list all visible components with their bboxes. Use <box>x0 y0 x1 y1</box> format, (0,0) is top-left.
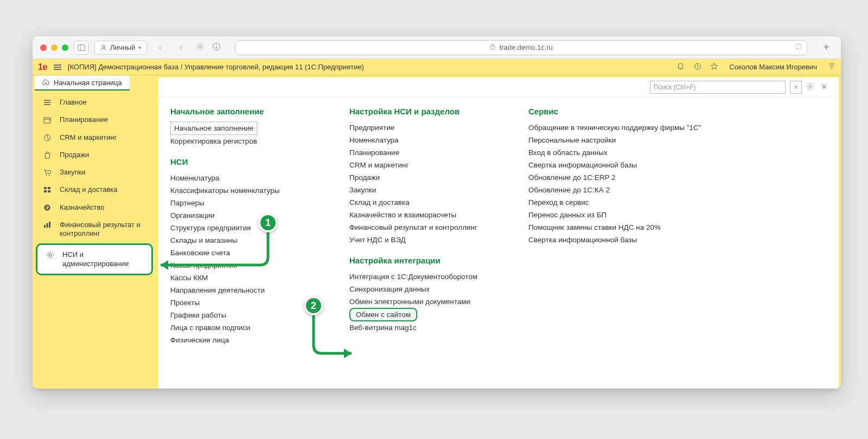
window-maximize-button[interactable] <box>62 44 68 51</box>
link-item[interactable]: Свертка информационной базы <box>528 159 701 171</box>
link-item[interactable]: Продажи <box>349 171 496 184</box>
lock-icon <box>490 43 495 51</box>
app-menu-button[interactable] <box>54 64 61 70</box>
link-item[interactable]: Кассы ККМ <box>170 272 317 284</box>
window-close-button[interactable] <box>40 44 47 51</box>
sidebar-item-purchases[interactable]: Закупки <box>33 164 156 181</box>
svg-point-19 <box>49 175 50 176</box>
person-icon <box>100 44 107 51</box>
sidebar-toggle-button[interactable] <box>74 41 89 55</box>
link-register-correction[interactable]: Корректировка регистров <box>170 135 317 147</box>
sidebar-item-label: Склад и доставка <box>60 185 118 194</box>
gear-icon <box>45 250 55 259</box>
history-icon[interactable] <box>693 62 701 72</box>
link-item[interactable]: Номенклатура <box>170 172 317 184</box>
sidebar-item-label: CRM и маркетинг <box>60 133 117 142</box>
svg-point-29 <box>49 254 52 256</box>
refresh-icon[interactable] <box>795 43 802 52</box>
svg-point-2 <box>103 45 105 48</box>
link-item[interactable]: Направления деятельности <box>170 284 317 296</box>
sidebar-item-label: Казначейство <box>60 203 104 212</box>
link-item[interactable]: Партнеры <box>170 197 317 209</box>
link-item[interactable]: Свертка информационной базы <box>528 234 701 246</box>
link-item[interactable]: Помощник замены ставки НДС на 20% <box>528 221 701 234</box>
url-bar[interactable]: trade.demo.1c.ru <box>235 40 807 55</box>
ruble-icon: ₽ <box>42 203 52 212</box>
window-controls <box>40 44 68 51</box>
link-item[interactable]: Перенос данных из БП <box>528 209 701 221</box>
bars-icon <box>42 221 52 229</box>
link-item[interactable]: CRM и маркетинг <box>349 159 496 171</box>
star-icon[interactable] <box>710 62 718 72</box>
link-item[interactable]: Номенклатура <box>349 134 496 146</box>
app-logo[interactable]: 1e <box>38 62 47 72</box>
link-item[interactable]: Предприятие <box>349 121 496 134</box>
browser-window: Личный ▾ ‹ › trade.demo.1c.ru + 1e [ <box>33 36 841 389</box>
svg-rect-28 <box>49 222 50 228</box>
link-item[interactable]: Организации <box>170 209 317 222</box>
svg-rect-26 <box>44 225 46 228</box>
svg-rect-22 <box>44 190 47 192</box>
link-item[interactable]: Планирование <box>349 146 496 159</box>
sidebar-item-treasury[interactable]: ₽ Казначейство <box>33 199 156 216</box>
link-item[interactable]: Веб-витрина mag1c <box>349 321 496 334</box>
sidebar-list: Главное Планирование CRM и маркетинг Про… <box>33 91 156 389</box>
sidebar-item-crm[interactable]: CRM и маркетинг <box>33 129 156 146</box>
sidebar-item-sales[interactable]: Продажи <box>33 146 156 164</box>
link-item[interactable]: Обращение в техническую поддержку фирмы … <box>528 121 701 134</box>
link-item[interactable]: Обновление до 1С:КА 2 <box>528 184 701 196</box>
browser-profile-button[interactable]: Личный ▾ <box>94 41 147 55</box>
svg-rect-0 <box>78 44 85 50</box>
sidebar-item-warehouse[interactable]: Склад и доставка <box>33 181 156 198</box>
search-clear-button[interactable]: × <box>790 81 802 94</box>
new-tab-button[interactable]: + <box>819 41 833 55</box>
chevron-down-icon: ▾ <box>138 44 141 50</box>
sidebar-item-nsi-admin[interactable]: НСИ и администрирование <box>36 243 153 275</box>
link-initial-fill[interactable]: Начальное заполнение <box>170 121 257 135</box>
link-item[interactable]: Классификаторы номенклатуры <box>170 184 317 197</box>
link-item[interactable]: Склад и доставка <box>349 196 496 209</box>
tab-home[interactable]: Начальная страница <box>35 75 130 91</box>
bag-icon <box>42 151 52 159</box>
link-item[interactable]: Учет НДС и ВЭД <box>349 234 496 246</box>
svg-rect-27 <box>47 223 48 228</box>
link-item[interactable]: Синхронизация данных <box>349 283 496 295</box>
link-item[interactable]: Обмен электронными документами <box>349 295 496 308</box>
link-item[interactable]: Лица с правом подписи <box>170 321 317 334</box>
home-icon <box>42 79 49 87</box>
section-heading: НСИ <box>170 157 317 166</box>
link-item[interactable]: Закупки <box>349 184 496 196</box>
svg-point-30 <box>809 85 812 88</box>
boxes-icon <box>42 185 52 194</box>
sidebar-item-finance[interactable]: Финансовый результат и контроллинг <box>33 216 156 243</box>
link-item[interactable]: Вход в область данных <box>528 146 701 159</box>
nav-back-button[interactable]: ‹ <box>152 41 168 55</box>
link-item[interactable]: Графики работы <box>170 309 317 321</box>
link-item[interactable]: Интеграция с 1С:Документооборотом <box>349 270 496 283</box>
link-item[interactable]: Финансовый результат и контроллинг <box>349 221 496 234</box>
app-header: 1e [КОПИЯ] Демонстрационная база / Управ… <box>33 59 841 75</box>
link-item[interactable]: Проекты <box>170 296 317 309</box>
sidebar-item-planning[interactable]: Планирование <box>33 111 156 128</box>
sidebar-item-label: Финансовый результат и контроллинг <box>60 221 149 238</box>
user-name[interactable]: Соколов Максим Игоревич <box>729 63 817 71</box>
sidebar-item-main[interactable]: Главное <box>33 94 156 111</box>
nav-forward-button[interactable]: › <box>173 41 188 55</box>
browser-settings-icon[interactable] <box>196 42 205 53</box>
link-item[interactable]: Обновление до 1С:ERP 2 <box>528 171 701 184</box>
svg-point-5 <box>216 44 218 46</box>
window-minimize-button[interactable] <box>51 44 58 51</box>
app-title: [КОПИЯ] Демонстрационная база / Управлен… <box>68 63 671 71</box>
link-item[interactable]: Персональные настройки <box>528 134 701 146</box>
url-text: trade.demo.1c.ru <box>500 43 553 51</box>
section-heading: Начальное заполнение <box>170 107 317 116</box>
link-item[interactable]: Переход в сервис <box>528 196 701 209</box>
bell-icon[interactable] <box>676 62 685 72</box>
info-icon[interactable] <box>212 42 221 53</box>
settings-icon[interactable] <box>806 82 817 92</box>
link-item[interactable]: Казначейство и взаиморасчеты <box>349 209 496 221</box>
filter-icon[interactable] <box>828 62 835 72</box>
close-icon[interactable]: × <box>821 81 832 93</box>
link-item[interactable]: Физические лица <box>170 334 317 346</box>
search-input[interactable]: Поиск (Ctrl+F) <box>650 81 786 94</box>
